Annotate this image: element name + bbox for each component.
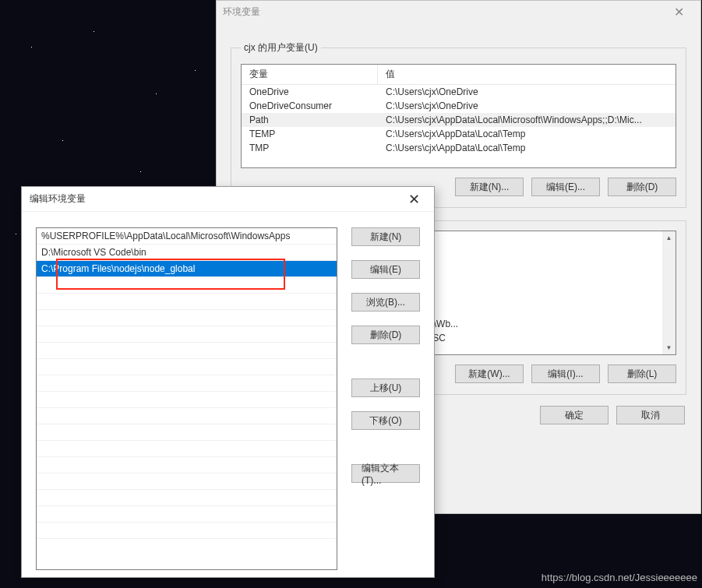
edit-item-button[interactable]: 编辑(E) (351, 260, 420, 279)
new-sys-var-button[interactable]: 新建(W)... (455, 364, 524, 383)
col-val: 值 (378, 65, 676, 84)
browse-button[interactable]: 浏览(B)... (351, 293, 420, 312)
edit-env-var-dialog: 编辑环境变量 ✕ %USERPROFILE%\AppData\Local\Mic… (21, 186, 435, 578)
edit-sys-var-button[interactable]: 编辑(I)... (531, 364, 600, 383)
list-item[interactable] (37, 474, 337, 490)
move-up-button[interactable]: 上移(U) (351, 379, 420, 397)
user-vars-group: cjx 的用户变量(U) 变量 值 OneDriveC:\Users\cjx\O… (231, 41, 686, 208)
move-down-button[interactable]: 下移(O) (351, 411, 420, 430)
list-item[interactable] (37, 359, 337, 375)
ok-button[interactable]: 确定 (540, 406, 609, 424)
col-var: 变量 (242, 65, 378, 84)
edit-text-button[interactable]: 编辑文本(T)... (351, 464, 420, 483)
close-icon[interactable]: ✕ (398, 188, 429, 210)
path-listbox[interactable]: %USERPROFILE%\AppData\Local\Microsoft\Wi… (36, 227, 337, 570)
titlebar: 编辑环境变量 ✕ (22, 187, 434, 212)
table-row[interactable]: TEMPC:\Users\cjx\AppData\Local\Temp (242, 127, 676, 141)
list-item-selected[interactable]: C:\Program Files\nodejs\node_global (37, 261, 337, 277)
cancel-button[interactable]: 取消 (616, 406, 685, 424)
list-item[interactable]: D:\Microsoft VS Code\bin (37, 245, 337, 261)
list-item[interactable] (37, 457, 337, 474)
table-row[interactable]: TMPC:\Users\cjx\AppData\Local\Temp (242, 141, 676, 155)
new-item-button[interactable]: 新建(N) (351, 227, 420, 246)
table-row[interactable]: OneDriveC:\Users\cjx\OneDrive (242, 85, 676, 99)
list-item[interactable] (37, 392, 337, 408)
delete-sys-var-button[interactable]: 删除(L) (608, 364, 676, 383)
list-item[interactable]: %USERPROFILE%\AppData\Local\Microsoft\Wi… (37, 228, 337, 245)
user-vars-table[interactable]: 变量 值 OneDriveC:\Users\cjx\OneDrive OneDr… (241, 64, 676, 168)
table-row-selected[interactable]: PathC:\Users\cjx\AppData\Local\Microsoft… (242, 113, 676, 127)
dialog-title: 环境变量 (223, 5, 260, 19)
list-item[interactable] (37, 441, 337, 457)
list-item[interactable] (37, 523, 337, 539)
list-item[interactable] (37, 490, 337, 506)
list-item[interactable] (37, 506, 337, 523)
scroll-down-icon[interactable]: ▼ (662, 341, 676, 354)
edit-user-var-button[interactable]: 编辑(E)... (531, 178, 600, 196)
list-item[interactable] (37, 343, 337, 359)
scrollbar[interactable]: ▲ ▼ (662, 231, 676, 354)
delete-user-var-button[interactable]: 删除(D) (608, 178, 676, 196)
dialog-title: 编辑环境变量 (30, 192, 86, 206)
list-item[interactable] (37, 408, 337, 424)
scroll-up-icon[interactable]: ▲ (662, 231, 676, 245)
list-item[interactable] (37, 326, 337, 343)
list-item[interactable] (37, 375, 337, 392)
titlebar: 环境变量 ✕ (217, 1, 700, 23)
list-item[interactable] (37, 424, 337, 441)
close-icon[interactable]: ✕ (663, 1, 694, 23)
list-item[interactable] (37, 277, 337, 294)
list-item[interactable] (37, 294, 337, 310)
delete-item-button[interactable]: 删除(D) (351, 326, 420, 344)
watermark: https://blog.csdn.net/Jessieeeeeee (541, 572, 697, 583)
list-item[interactable] (37, 310, 337, 326)
new-user-var-button[interactable]: 新建(N)... (455, 178, 524, 196)
user-vars-legend: cjx 的用户变量(U) (241, 41, 321, 55)
table-row[interactable]: OneDriveConsumerC:\Users\cjx\OneDrive (242, 99, 676, 113)
